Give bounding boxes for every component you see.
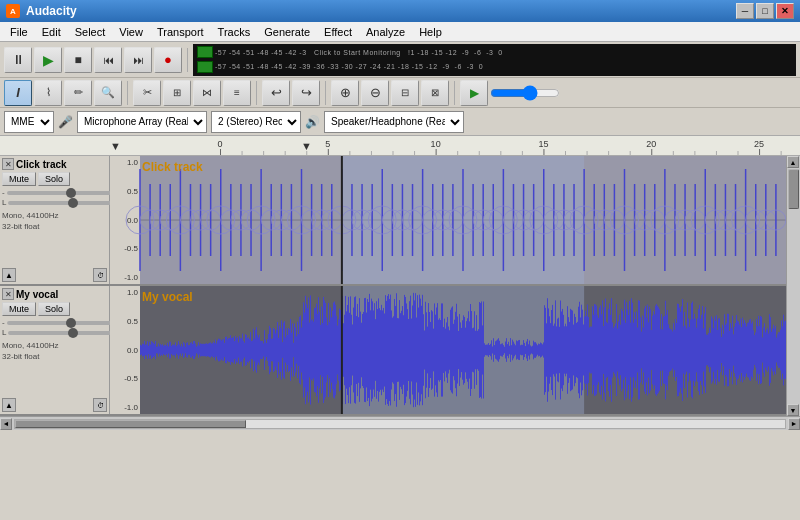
- silence-tool[interactable]: ≡: [223, 80, 251, 106]
- maximize-button[interactable]: □: [756, 3, 774, 19]
- menu-tracks[interactable]: Tracks: [212, 24, 257, 40]
- copy-tool[interactable]: ⊞: [163, 80, 191, 106]
- click-pan-row: L R: [2, 198, 107, 207]
- app-title: Audacity: [26, 4, 736, 18]
- menu-effect[interactable]: Effect: [318, 24, 358, 40]
- vocal-collapse-button[interactable]: ▲: [2, 398, 16, 412]
- pause-button[interactable]: ⏸: [4, 47, 32, 73]
- play-at-speed-button[interactable]: ▶: [460, 80, 488, 106]
- window-controls: ─ □ ✕: [736, 3, 794, 19]
- click-mute-button[interactable]: Mute: [2, 172, 36, 186]
- channels-select[interactable]: 2 (Stereo) Recor: [211, 111, 301, 133]
- title-bar: A Audacity ─ □ ✕: [0, 0, 800, 22]
- stop-button[interactable]: ■: [64, 47, 92, 73]
- vocal-solo-button[interactable]: Solo: [38, 302, 70, 316]
- vocal-gain-minus: -: [2, 318, 5, 327]
- vocal-track-footer: ▲ ⏱: [2, 398, 107, 412]
- separator-1: [187, 48, 188, 72]
- click-track-info: Mono, 44100Hz32-bit float: [2, 210, 107, 232]
- vocal-pan-row: L R: [2, 328, 107, 337]
- horizontal-scrollbar[interactable]: ◄ ►: [0, 416, 800, 430]
- scroll-up-button[interactable]: ▲: [787, 156, 799, 168]
- vocal-track-buttons: Mute Solo: [2, 302, 107, 316]
- undo-button[interactable]: ↩: [262, 80, 290, 106]
- app-icon: A: [6, 4, 20, 18]
- speed-slider[interactable]: [490, 87, 560, 99]
- scrollbar-thumb[interactable]: [788, 169, 799, 209]
- vu-scale-top: -57 -54 -51 -48 -45 -42 -3 Click to Star…: [215, 49, 503, 56]
- vu-meter-bottom: -57 -54 -51 -48 -45 -42 -39 -36 -33 -30 …: [197, 60, 792, 74]
- menu-transport[interactable]: Transport: [151, 24, 210, 40]
- vocal-track-close[interactable]: ✕: [2, 288, 14, 300]
- vu-scale-bottom: -57 -54 -51 -48 -45 -42 -39 -36 -33 -30 …: [215, 63, 483, 70]
- click-track: ✕ Click track Mute Solo - + L: [0, 156, 786, 286]
- mic-icon: 🎤: [58, 115, 73, 129]
- vocal-track-header: ✕ My vocal Mute Solo - + L: [0, 286, 110, 414]
- fit-selection-button[interactable]: ⊟: [391, 80, 419, 106]
- menu-generate[interactable]: Generate: [258, 24, 316, 40]
- vocal-pan-l: L: [2, 328, 6, 337]
- menu-file[interactable]: File: [4, 24, 34, 40]
- click-time-button[interactable]: ⏱: [93, 268, 107, 282]
- click-collapse-button[interactable]: ▲: [2, 268, 16, 282]
- cut-tool[interactable]: ✂: [133, 80, 161, 106]
- vu-meters[interactable]: -57 -54 -51 -48 -45 -42 -3 Click to Star…: [193, 44, 796, 76]
- playhead-triangle: ▼: [301, 140, 312, 152]
- scroll-right-button[interactable]: ►: [788, 418, 800, 430]
- scroll-left-button[interactable]: ◄: [0, 418, 12, 430]
- ruler-canvas: [110, 136, 800, 155]
- vocal-track-name: My vocal: [16, 289, 107, 300]
- separator-2: [127, 81, 128, 105]
- device-toolbar: MME 🎤 Microphone Array (Realtek 2 (Stere…: [0, 108, 800, 136]
- host-select[interactable]: MME: [4, 111, 54, 133]
- scroll-down-button[interactable]: ▼: [787, 404, 799, 416]
- vocal-track-waveform[interactable]: 1.0 0.5 0.0 -0.5 -1.0 My vocal: [110, 286, 786, 414]
- click-waveform-canvas: [110, 156, 786, 284]
- fit-project-button[interactable]: ⊠: [421, 80, 449, 106]
- click-track-footer: ▲ ⏱: [2, 268, 107, 282]
- vocal-waveform-canvas: [110, 286, 786, 414]
- vocal-time-button[interactable]: ⏱: [93, 398, 107, 412]
- skip-start-button[interactable]: ⏮: [94, 47, 122, 73]
- vocal-track-title-row: ✕ My vocal: [2, 288, 107, 300]
- separator-4: [325, 81, 326, 105]
- draw-tool[interactable]: ✏: [64, 80, 92, 106]
- timeline-ruler[interactable]: ▼ ▼: [0, 136, 800, 156]
- click-track-close[interactable]: ✕: [2, 158, 14, 170]
- output-device-select[interactable]: Speaker/Headphone (Realte: [324, 111, 464, 133]
- zoom-select-tool[interactable]: 🔍: [94, 80, 122, 106]
- menu-help[interactable]: Help: [413, 24, 448, 40]
- vocal-mute-button[interactable]: Mute: [2, 302, 36, 316]
- ibeam-tool[interactable]: I: [4, 80, 32, 106]
- menu-select[interactable]: Select: [69, 24, 112, 40]
- envelope-tool[interactable]: ⌇: [34, 80, 62, 106]
- menu-edit[interactable]: Edit: [36, 24, 67, 40]
- play-at-speed: ▶: [460, 80, 560, 106]
- hscroll-track: [14, 419, 786, 429]
- trim-tool[interactable]: ⋈: [193, 80, 221, 106]
- zoom-out-button[interactable]: ⊖: [361, 80, 389, 106]
- separator-5: [454, 81, 455, 105]
- tracks-main: ✕ Click track Mute Solo - + L: [0, 156, 800, 416]
- close-button[interactable]: ✕: [776, 3, 794, 19]
- click-track-waveform[interactable]: 1.0 0.5 0.0 -0.5 -1.0 Click track: [110, 156, 786, 284]
- click-solo-button[interactable]: Solo: [38, 172, 70, 186]
- click-track-title-row: ✕ Click track: [2, 158, 107, 170]
- menu-bar: File Edit Select View Transport Tracks G…: [0, 22, 800, 42]
- record-button[interactable]: ●: [154, 47, 182, 73]
- click-track-name: Click track: [16, 159, 107, 170]
- menu-view[interactable]: View: [113, 24, 149, 40]
- vocal-track: ✕ My vocal Mute Solo - + L: [0, 286, 786, 416]
- redo-button[interactable]: ↪: [292, 80, 320, 106]
- play-button[interactable]: ▶: [34, 47, 62, 73]
- speaker-icon: 🔊: [305, 115, 320, 129]
- hscroll-thumb[interactable]: [15, 420, 246, 428]
- zoom-in-button[interactable]: ⊕: [331, 80, 359, 106]
- vertical-scrollbar[interactable]: ▲ ▼: [786, 156, 800, 416]
- skip-end-button[interactable]: ⏭: [124, 47, 152, 73]
- tracks-container: ✕ Click track Mute Solo - + L: [0, 156, 786, 416]
- click-track-header: ✕ Click track Mute Solo - + L: [0, 156, 110, 284]
- minimize-button[interactable]: ─: [736, 3, 754, 19]
- input-device-select[interactable]: Microphone Array (Realtek: [77, 111, 207, 133]
- menu-analyze[interactable]: Analyze: [360, 24, 411, 40]
